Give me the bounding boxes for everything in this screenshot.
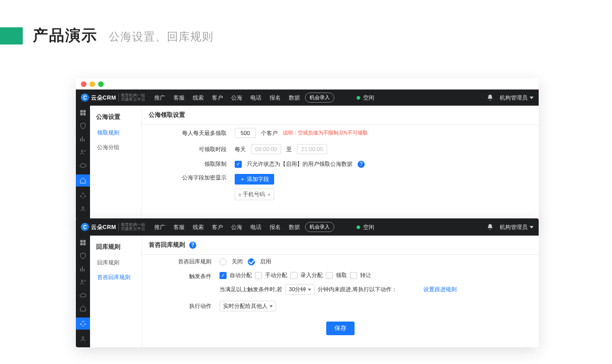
user-name: 机构管理员 [500,94,528,102]
settings-sidebar: 公海设置 领取规则 公海分组 [90,106,142,225]
logo-mark-icon: C [81,223,89,231]
bell-icon[interactable] [487,94,494,101]
nav-data[interactable]: 数据 [286,94,303,102]
link-set-follow-rule[interactable]: 设置跟进规则 [423,286,457,293]
nav-chart-icon[interactable] [79,265,87,273]
nav-cloud-icon[interactable] [79,161,87,169]
nav-phone[interactable]: 电话 [247,94,265,102]
chk-input-assign[interactable] [290,272,297,279]
label-action: 执行动作 [149,302,214,310]
nav-service[interactable]: 客服 [170,223,188,231]
input-time-from[interactable] [251,144,281,154]
presence-dot-icon [357,225,360,229]
label-daily: 每天 [235,146,246,153]
settings-content: 公海领取设置 每人每天最多领取 个客户 说明：空或负值为不限制,0为不可领取 可… [142,106,539,225]
chevron-down-icon [270,305,273,307]
label-off: 关闭 [232,258,243,265]
nav-data[interactable]: 数据 [286,223,303,231]
nav-leads[interactable]: 线索 [190,94,207,102]
remove-tag-icon[interactable]: × [267,192,270,198]
top-nav-2: C 云朵CRM 教育机构一站式服务云平台 推广 客服 线索 客户 公海 电话 报… [76,218,539,236]
brand-tagline: 教育机构一站式服务云平台 [118,223,145,231]
sidebar-item-return-rule[interactable]: 回库规则 [90,255,141,270]
nav-service[interactable]: 客服 [170,94,188,102]
sidebar-title: 回库规则 [90,239,141,255]
svg-point-2 [81,280,83,282]
save-button[interactable]: 保存 [326,322,355,335]
presence-status[interactable]: 空闲 [357,223,374,231]
nav-house-icon[interactable] [76,174,90,187]
nav-phone[interactable]: 电话 [247,223,265,231]
sidebar-item-claim-rule[interactable]: 领取规则 [90,125,141,140]
nav-pool[interactable]: 公海 [228,94,245,102]
nav-recycle-icon[interactable] [76,317,90,330]
nav-opportunity-pill[interactable]: 机会录入 [305,222,334,232]
encrypted-field-tag[interactable]: ≡ 手机号码 × [235,189,274,200]
chk-auto-assign[interactable]: ✓ [220,272,227,279]
nav-promote[interactable]: 推广 [151,223,168,231]
left-iconbar [76,106,90,225]
help-icon[interactable]: ? [358,161,365,168]
cond-prefix: 当满足以上触发条件时,若 [220,286,282,293]
top-nav: C 云朵CRM 教育机构一站式服务云平台 推广 客服 线索 客户 公海 电话 报… [76,89,539,106]
chk-transfer[interactable] [350,272,357,279]
nav-grid-icon[interactable] [79,109,87,117]
nav-opportunity-pill[interactable]: 机会录入 [305,93,334,103]
nav-user-icon[interactable] [79,148,87,156]
select-action[interactable]: 实时分配给其他人 [220,301,276,311]
svg-point-3 [82,337,84,339]
chevron-down-icon [530,97,534,99]
brand-logo[interactable]: C 云朵CRM 教育机构一站式服务云平台 [81,94,145,102]
add-field-button[interactable]: ＋添加字段 [235,174,274,185]
nav-signup[interactable]: 报名 [267,223,284,231]
radio-off[interactable] [220,258,227,265]
sidebar-item-pool-group[interactable]: 公海分组 [90,140,141,155]
minimize-dot[interactable] [90,81,95,87]
section-title: 公海领取设置 [142,106,539,125]
app-window-1: C 云朵CRM 教育机构一站式服务云平台 推广 客服 线索 客户 公海 电话 报… [76,78,539,225]
maximize-dot[interactable] [98,81,104,87]
chk-manual-assign[interactable] [255,272,262,279]
input-max-claim[interactable] [235,128,256,138]
user-name: 机构管理员 [500,223,528,231]
input-time-to[interactable] [297,144,327,154]
nav-chart-icon[interactable] [79,135,87,143]
nav-customers[interactable]: 客户 [209,223,226,231]
presence-status[interactable]: 空闲 [357,94,374,102]
presence-dot-icon [357,96,360,100]
nav-user-icon[interactable] [79,278,87,286]
nav-people-icon[interactable] [79,205,87,213]
bell-icon[interactable] [487,223,494,231]
nav-grid-icon[interactable] [79,239,87,247]
nav-customers[interactable]: 客户 [209,94,226,102]
nav-recycle-icon[interactable] [79,192,87,200]
nav-signup[interactable]: 报名 [267,94,284,102]
nav-shield-icon[interactable] [79,252,87,260]
brand-name: 云朵CRM [91,223,116,231]
nav-leads[interactable]: 线索 [190,223,207,231]
nav-pool[interactable]: 公海 [228,223,245,231]
cond-mid: 分钟内未跟进,将执行以下动作： [318,286,397,293]
close-dot[interactable] [81,81,86,87]
brand-logo[interactable]: C 云朵CRM 教育机构一站式服务云平台 [81,223,145,231]
sidebar-item-first-consult-rule[interactable]: 首咨回库规则 [90,270,141,285]
help-icon[interactable]: ? [189,242,196,249]
user-menu[interactable]: 机构管理员 [500,94,534,102]
nav-cloud-icon[interactable] [79,291,87,299]
nav-people-icon[interactable] [79,335,87,343]
nav-shield-icon[interactable] [79,122,87,130]
chk-claim[interactable] [326,272,333,279]
select-minutes[interactable]: 30分钟 [285,284,315,295]
nav-house-icon[interactable] [79,304,87,312]
checkbox-enabled-only[interactable]: ✓ [235,161,242,168]
presence-label: 空闲 [363,94,374,102]
radio-on[interactable] [248,258,255,265]
label-to: 至 [286,146,292,153]
window-controls [76,78,539,89]
presence-label: 空闲 [363,223,374,231]
settings-content: 首咨回库规则 ? 首咨回库规则 关闭 启用 触发条件 ✓自动分配 手动分配 录入… [142,236,539,347]
user-menu[interactable]: 机构管理员 [500,223,534,231]
nav-promote[interactable]: 推广 [151,94,168,102]
slide-subtitle: 公海设置、回库规则 [109,29,213,44]
brand-tagline: 教育机构一站式服务云平台 [118,94,145,102]
